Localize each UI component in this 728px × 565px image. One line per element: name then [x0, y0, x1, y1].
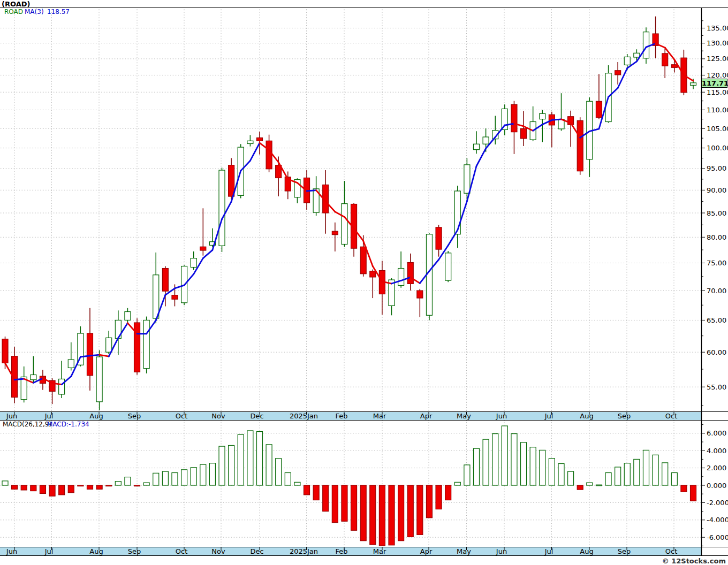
month-label: 2025Jan: [290, 547, 318, 555]
month-label: Oct: [665, 412, 677, 420]
candle-up: [125, 312, 131, 320]
macd-bar-negative: [407, 485, 413, 537]
candle-down: [521, 128, 527, 139]
month-label: Feb: [335, 412, 347, 420]
ma-line-segment: [307, 190, 316, 191]
macd-bar-positive: [285, 473, 291, 485]
price-axis-label: 115.00: [707, 88, 728, 96]
macd-bar-positive: [587, 483, 593, 485]
month-label: Sep: [618, 547, 631, 555]
candle-down: [200, 247, 206, 250]
price-axis-label: 135.00: [707, 24, 728, 32]
macd-bar-negative: [40, 485, 46, 493]
candle-down: [407, 263, 413, 284]
macd-bar-positive: [115, 482, 121, 485]
month-label: Aug: [580, 412, 593, 420]
month-label: Jun: [496, 412, 507, 420]
candle-up: [624, 57, 630, 65]
macd-axis-label: -4.000: [707, 516, 728, 524]
macd-bar-positive: [172, 473, 178, 485]
month-label: Apr: [420, 412, 433, 420]
macd-bar-positive: [549, 459, 555, 485]
candle-down: [577, 120, 583, 171]
month-label: Jul: [544, 412, 553, 420]
macd-bar-positive: [492, 434, 498, 485]
macd-axis-label: 2.000: [707, 464, 726, 472]
last-price-marker: 117.71: [701, 79, 727, 88]
month-label: Sep: [618, 412, 631, 420]
macd-bar-negative: [68, 485, 74, 493]
macd-bar-negative: [49, 485, 55, 496]
macd-bar-positive: [568, 471, 574, 485]
macd-bar-negative: [370, 485, 376, 545]
month-label: Jul: [544, 547, 553, 555]
price-axis-label: 75.00: [707, 259, 726, 267]
candle-down: [417, 291, 423, 298]
candle-down: [172, 295, 178, 300]
month-label: Oct: [665, 547, 677, 555]
macd-bar-positive: [143, 483, 149, 485]
ma-line-segment: [448, 230, 458, 246]
macd-bar-positive: [643, 450, 649, 485]
price-axis-label: 95.00: [707, 164, 726, 172]
candle-down: [332, 231, 338, 234]
macd-bar-negative: [304, 485, 310, 495]
macd-bar-positive: [162, 471, 168, 485]
macd-bar-positive: [521, 442, 527, 485]
ma-line-segment: [100, 355, 109, 356]
month-label: Sep: [128, 412, 141, 420]
candle-up: [106, 338, 112, 352]
candle-down: [662, 54, 668, 66]
month-label: Oct: [176, 547, 187, 555]
ma-line-segment: [552, 119, 562, 120]
macd-bar-negative: [379, 485, 385, 546]
candle-up: [143, 320, 149, 368]
candle-up: [634, 53, 640, 57]
price-axis-label: 80.00: [707, 233, 726, 241]
price-axis-label: 125.00: [707, 55, 728, 63]
macd-bar-negative: [21, 485, 27, 490]
macd-bar-positive: [511, 434, 517, 485]
month-label: May: [457, 412, 471, 420]
candle-up: [474, 144, 480, 149]
macd-bar-negative: [389, 485, 395, 545]
legend-ma-value: 118.57: [47, 8, 70, 16]
macd-axis-label: 0.000: [707, 482, 726, 490]
macd-bar-positive: [653, 455, 658, 485]
macd-bar-positive: [464, 465, 470, 485]
candle-down: [266, 141, 272, 169]
macd-bar-positive: [238, 434, 244, 485]
month-label: Jun: [496, 547, 507, 555]
macd-bar-positive: [266, 445, 272, 485]
macd-bar-negative: [342, 485, 347, 521]
month-label: Aug: [89, 412, 103, 420]
chart-canvas: JunJulAugSepOctNovDec2025JanFebMarAprMay…: [0, 0, 728, 565]
candle-up: [96, 357, 102, 402]
candle-up: [691, 83, 696, 86]
macd-bar-positive: [454, 482, 460, 485]
macd-bar-positive: [502, 426, 507, 485]
candle-up: [219, 170, 225, 246]
macd-bar-positive: [605, 473, 611, 485]
macd-bar-negative: [96, 485, 102, 489]
candle-up: [445, 253, 451, 280]
candle-down: [2, 339, 8, 363]
macd-bar-positive: [540, 450, 545, 485]
candle-down: [134, 323, 140, 372]
macd-axis-label: -2.000: [707, 499, 728, 507]
macd-bar-positive: [294, 482, 300, 485]
ma-line-segment: [90, 355, 100, 356]
candle-up: [502, 109, 507, 129]
price-axis-label: 55.00: [707, 383, 726, 391]
price-axis-label: 130.00: [707, 39, 728, 47]
macd-bar-positive: [229, 445, 234, 485]
macd-bar-positive: [247, 431, 253, 485]
candle-up: [68, 360, 74, 368]
macd-bar-negative: [78, 485, 84, 486]
macd-bar-negative: [313, 485, 319, 500]
candle-down: [229, 165, 234, 196]
macd-bar-negative: [323, 485, 329, 511]
month-strip: [0, 411, 701, 421]
macd-bar-positive: [153, 473, 159, 485]
macd-bar-positive: [530, 447, 536, 485]
